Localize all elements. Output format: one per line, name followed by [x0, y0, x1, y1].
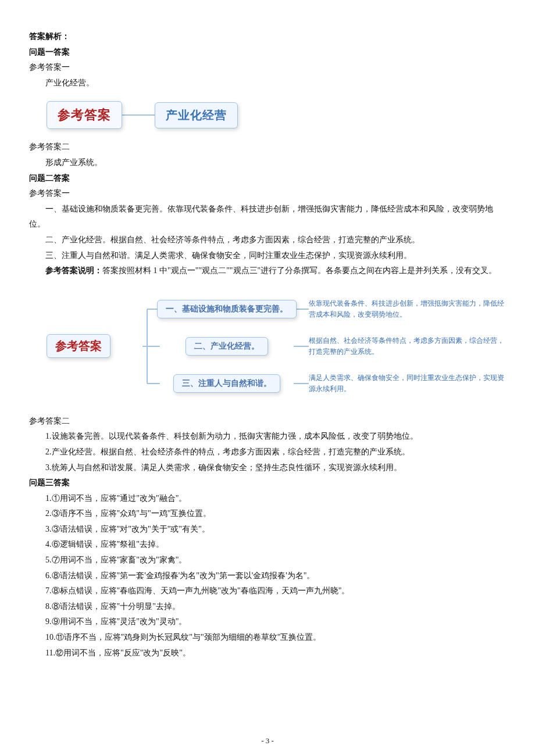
- q1-ref1-label: 参考答案一: [29, 60, 506, 76]
- q1-title: 问题一答案: [29, 45, 506, 60]
- graphic2-conn-3: [294, 383, 309, 384]
- q2-p2: 二、产业化经营。根据自然、社会经济等条件特点，考虑多方面因素，综合经营，打造完整…: [29, 232, 506, 248]
- graphic2-item3-title: 三、注重人与自然和谐。: [173, 374, 280, 393]
- q1-ref2-label: 参考答案二: [29, 139, 506, 155]
- graphic1-connector: [121, 114, 156, 116]
- q2-ref1-label: 参考答案一: [29, 186, 506, 202]
- graphic2-item1-title: 一、基础设施和物质装备更完善。: [157, 300, 297, 318]
- q3-item-8: 8.⑧语法错误，应将"十分明显"去掉。: [29, 599, 506, 615]
- q2-p3: 三、注重人与自然和谐。满足人类需求、确保食物安全，同时注重农业生态保护，实现资源…: [29, 248, 506, 264]
- q1-ref1-body: 产业化经营。: [29, 76, 506, 91]
- q1-ref2-body: 形成产业系统。: [29, 155, 506, 171]
- graphic2-conn-2: [294, 346, 309, 347]
- answer-analysis-title: 答案解析：: [29, 29, 506, 45]
- graphic-2: 参考答案 一、基础设施和物质装备更完善。 依靠现代装备条件、科技进步创新，增强抵…: [47, 285, 506, 408]
- q3-item-1: 1.①用词不当，应将"通过"改为"融合"。: [29, 491, 506, 507]
- graphic2-item1-desc: 依靠现代装备条件、科技进步创新，增强抵御灾害能力，降低经营成本和风险，改变弱势地…: [309, 298, 506, 320]
- q3-item-11: 11.⑫用词不当，应将"反应"改为"反映"。: [29, 646, 506, 661]
- graphic2-row-1: 一、基础设施和物质装备更完善。 依靠现代装备条件、科技进步创新，增强抵御灾害能力…: [160, 291, 506, 328]
- graphic2-row-2: 二、产业化经营。 根据自然、社会经济等条件特点，考虑多方面因素，综合经营，打造完…: [160, 328, 506, 365]
- q2-r2-3: 3.统筹人与自然和谐发展。满足人类需求，确保食物安全；坚持生态良性循环，实现资源…: [29, 460, 506, 476]
- q2-r2-2: 2.产业化经营。根据自然、社会经济条件的特点，考虑多方面因素，综合经营，打造完整…: [29, 445, 506, 460]
- graphic2-row-3: 三、注重人与自然和谐。 满足人类需求、确保食物安全，同时注重农业生态保护，实现资…: [160, 365, 506, 402]
- graphic1-right-bubble: 产业化经营: [155, 102, 238, 128]
- page-number: - 3 -: [0, 736, 535, 746]
- q2-r2-1: 1.设施装备完善。以现代装备条件、科技创新为动力，抵御灾害能力强，成本风险低，改…: [29, 429, 506, 445]
- q3-item-2: 2.③语序不当，应将"众鸡"与"一鸡"互换位置。: [29, 506, 506, 522]
- q3-item-5: 5.⑦用词不当，应将"家畜"改为"家禽"。: [29, 553, 506, 568]
- q2-note-body: 答案按照材料 1 中"观点一""观点二""观点三"进行了分条撰写。各条要点之间在…: [102, 266, 497, 275]
- q2-ref2-label: 参考答案二: [29, 414, 506, 429]
- q3-item-6: 6.⑧语法错误，应将"第一套'金鸡报春'为名"改为"第一套以'金鸡报春'为名"。: [29, 568, 506, 584]
- graphic2-item2-title: 二、产业化经营。: [186, 337, 268, 356]
- q2-title: 问题二答案: [29, 171, 506, 187]
- q2-p1: 一、基础设施和物质装备更完善。依靠现代装备条件、科技进步创新，增强抵御灾害能力，…: [29, 202, 506, 232]
- q3-item-9: 9.⑨用词不当，应将"灵活"改为"灵动"。: [29, 614, 506, 630]
- q3-item-7: 7.⑧标点错误，应将"春临四海、天鸡一声九州晓"改为"春临四海，天鸡一声九州晓"…: [29, 583, 506, 599]
- q3-title: 问题三答案: [29, 475, 506, 491]
- graphic2-root-bubble: 参考答案: [47, 334, 110, 358]
- graphic-1: 参考答案 产业化经营: [47, 101, 506, 129]
- q3-item-3: 3.③语法错误，应将"对"改为"关于"或"有关"。: [29, 522, 506, 538]
- graphic2-item2-desc: 根据自然、社会经济等条件特点，考虑多方面因素，综合经营，打造完整的产业系统。: [309, 335, 506, 357]
- q3-item-10: 10.⑪语序不当，应将"鸡身则为长冠凤纹"与"颈部为细细的卷草纹"互换位置。: [29, 630, 506, 646]
- q3-item-4: 4.⑥逻辑错误，应将"祭祖"去掉。: [29, 537, 506, 553]
- graphic1-left-bubble: 参考答案: [47, 101, 122, 129]
- graphic2-item3-desc: 满足人类需求、确保食物安全，同时注重农业生态保护，实现资源永续利用。: [309, 372, 506, 395]
- q2-note: 参考答案说明：答案按照材料 1 中"观点一""观点二""观点三"进行了分条撰写。…: [29, 263, 506, 279]
- page: { "header": { "title": "答案解析：", "q1_titl…: [0, 0, 535, 756]
- q2-note-label: 参考答案说明：: [45, 266, 102, 275]
